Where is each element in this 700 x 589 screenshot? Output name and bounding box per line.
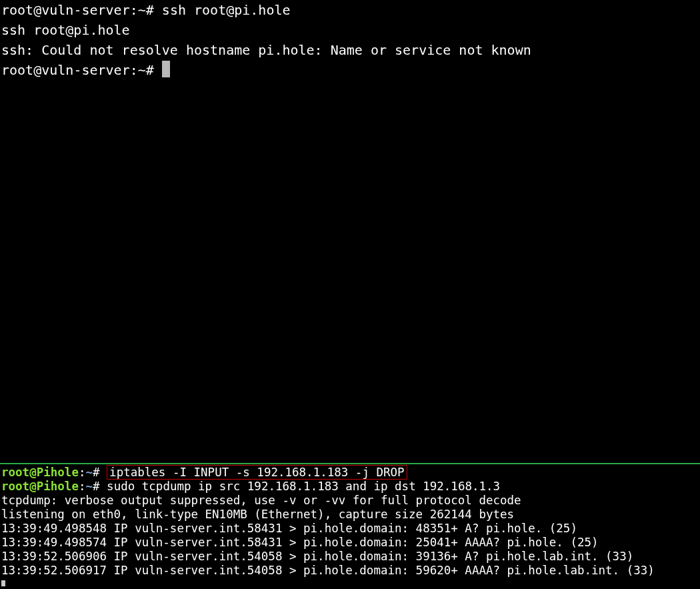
- prompt-at: @: [29, 466, 37, 479]
- prompt-host: Pihole: [37, 466, 79, 479]
- prompt-line: root@Pihole:~# sudo tcpdump ip src 192.1…: [1, 480, 699, 494]
- prompt-hash: #: [146, 62, 162, 78]
- output-line: 13:39:49.498548 IP vuln-server.int.58431…: [1, 522, 699, 536]
- command-highlighted: iptables -I INPUT -s 192.168.1.183 -j DR…: [107, 465, 407, 480]
- prompt-user: root: [1, 2, 33, 18]
- prompt-line: root@Pihole:~# iptables -I INPUT -s 192.…: [1, 466, 699, 480]
- terminal-pane-top[interactable]: root@vuln-server:~# ssh root@pi.holessh …: [0, 0, 700, 464]
- prompt-user: root: [1, 62, 33, 78]
- prompt-line: root@vuln-server:~# ssh root@pi.hole: [1, 0, 699, 20]
- output-line: listening on eth0, link-type EN10MB (Eth…: [1, 508, 699, 522]
- prompt-user: root: [1, 466, 29, 479]
- prompt-at: @: [33, 2, 41, 18]
- output-line: ssh: Could not resolve hostname pi.hole:…: [1, 40, 699, 60]
- prompt-host: vuln-server: [41, 62, 129, 78]
- prompt-colon: :: [130, 62, 138, 78]
- prompt-colon: :: [79, 466, 86, 479]
- command-input[interactable]: sudo tcpdump ip src 192.168.1.183 and ip…: [107, 480, 500, 493]
- cursor-block-icon: [162, 61, 170, 77]
- command-input[interactable]: ssh root@pi.hole: [162, 2, 291, 18]
- prompt-hash: #: [93, 480, 107, 493]
- prompt-path: ~: [138, 62, 146, 78]
- prompt-hash: #: [93, 466, 107, 479]
- prompt-colon: :: [79, 480, 86, 493]
- output-line: 13:39:49.498574 IP vuln-server.int.58431…: [1, 536, 699, 550]
- prompt-user: root: [1, 480, 29, 493]
- prompt-host: Pihole: [37, 480, 79, 493]
- prompt-host: vuln-server: [41, 2, 129, 18]
- prompt-hash: #: [146, 2, 162, 18]
- prompt-at: @: [33, 62, 41, 78]
- prompt-line: root@vuln-server:~#: [1, 60, 699, 80]
- prompt-colon: :: [130, 2, 138, 18]
- prompt-path: ~: [138, 2, 146, 18]
- output-line: 13:39:52.506906 IP vuln-server.int.54058…: [1, 550, 699, 564]
- cursor-row: [1, 578, 699, 586]
- terminal-pane-bottom[interactable]: root@Pihole:~# iptables -I INPUT -s 192.…: [0, 464, 700, 586]
- cursor-block-icon: [1, 580, 5, 586]
- output-line: 13:39:52.506917 IP vuln-server.int.54058…: [1, 564, 699, 578]
- output-line: ssh root@pi.hole: [1, 20, 699, 40]
- prompt-path: ~: [85, 480, 93, 493]
- prompt-at: @: [29, 480, 37, 493]
- prompt-path: ~: [85, 466, 93, 479]
- output-line: tcpdump: verbose output suppressed, use …: [1, 494, 699, 508]
